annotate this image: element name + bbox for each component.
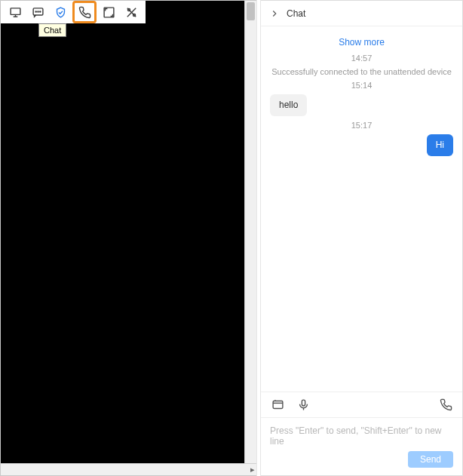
- svg-rect-0: [11, 8, 20, 14]
- chat-back-button[interactable]: [267, 6, 282, 21]
- chat-message-list: Show more 14:57Successfully connected to…: [261, 26, 462, 392]
- chat-input-area: Send: [261, 417, 462, 475]
- svg-rect-14: [302, 400, 305, 406]
- chat-tool-row: [261, 392, 462, 417]
- chat-title: Chat: [287, 8, 305, 19]
- show-more-link[interactable]: Show more: [270, 37, 453, 48]
- chat-timestamp: 15:14: [270, 81, 453, 90]
- remote-vertical-scrollbar[interactable]: [244, 1, 256, 463]
- svg-rect-12: [273, 401, 283, 409]
- voice-message-icon[interactable]: [296, 398, 311, 413]
- session-toolbar: [1, 1, 146, 23]
- attach-file-icon[interactable]: [270, 398, 285, 413]
- remote-horizontal-scrollbar[interactable]: ▸: [1, 463, 256, 475]
- chat-message-row: Hi: [270, 134, 453, 156]
- tools-button[interactable]: [121, 2, 142, 22]
- voice-call-icon[interactable]: [438, 398, 453, 413]
- chat-header: Chat: [261, 1, 462, 26]
- voice-call-button[interactable]: [72, 1, 97, 23]
- chat-system-message: Successfully connected to the unattended…: [270, 67, 453, 76]
- fullscreen-button[interactable]: [98, 2, 119, 22]
- toolbar-tooltip: Chat: [38, 23, 66, 37]
- chat-pane: Chat Show more 14:57Successfully connect…: [261, 0, 463, 476]
- chat-message-row: hello: [270, 94, 453, 116]
- chat-timestamp: 14:57: [270, 54, 453, 63]
- chat-input[interactable]: [270, 425, 453, 445]
- remote-screen-pane: Chat ▸: [0, 0, 256, 476]
- svg-point-4: [35, 11, 36, 11]
- chat-bubble-mine: Hi: [427, 134, 453, 156]
- chat-timestamp: 15:17: [270, 121, 453, 130]
- chat-button[interactable]: [27, 2, 48, 22]
- chat-bubble-remote: hello: [270, 94, 307, 116]
- svg-point-5: [37, 11, 38, 11]
- svg-point-6: [39, 11, 40, 11]
- send-button[interactable]: Send: [408, 451, 453, 468]
- display-settings-button[interactable]: [5, 2, 26, 22]
- secure-button[interactable]: [50, 2, 71, 22]
